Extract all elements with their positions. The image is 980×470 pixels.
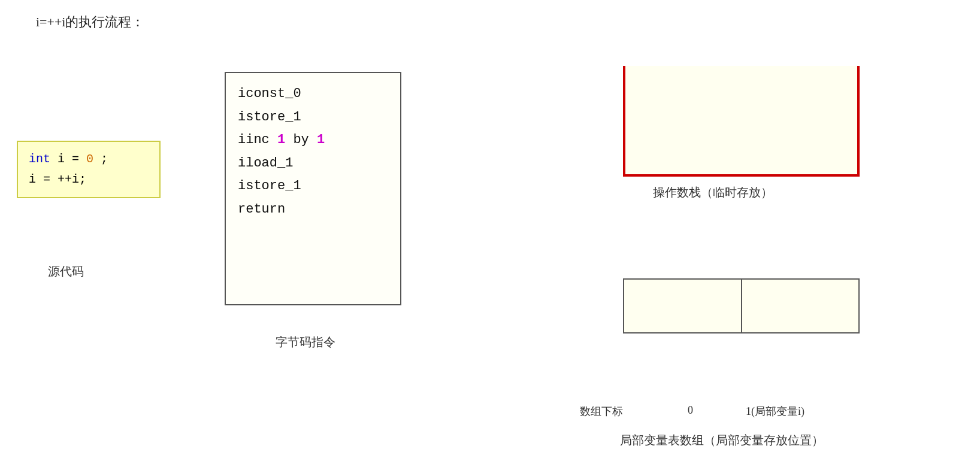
index-label: 数组下标 [580, 404, 623, 419]
bytecode-line-istore1: istore_1 [238, 106, 388, 129]
local-var-table [623, 278, 860, 333]
source-line-1: int i = 0 ; [29, 149, 149, 169]
bytecode-line-iload1: iload_1 [238, 152, 388, 175]
bytecode-line-istore1b: istore_1 [238, 175, 388, 198]
source-assign: i = ++i; [29, 172, 86, 186]
source-code-label: 源代码 [48, 263, 84, 280]
local-var-row [624, 279, 859, 333]
local-var-cell-0 [624, 279, 742, 333]
keyword-int: int [29, 152, 50, 166]
local-var-desc-label: 局部变量表数组（局部变量存放位置） [620, 432, 824, 448]
bytecode-line-iinc: iinc 1 by 1 [238, 129, 388, 152]
operand-stack-container [623, 66, 860, 177]
index-1: 1(局部变量i) [746, 404, 804, 419]
iinc-arg1: 1 [277, 132, 285, 147]
source-num-0: 0 [86, 152, 93, 166]
local-var-cell-1 [742, 279, 860, 333]
operand-stack-label: 操作数栈（临时存放） [653, 184, 773, 201]
source-var-decl: i = [58, 152, 86, 166]
page-title: i=++i的执行流程： [36, 13, 144, 31]
bytecode-line-return: return [238, 198, 388, 222]
bytecode-box: iconst_0 istore_1 iinc 1 by 1 iload_1 is… [225, 72, 401, 305]
operand-stack-box [623, 66, 860, 177]
source-line-2: i = ++i; [29, 169, 149, 190]
page-container: i=++i的执行流程： int i = 0 ; i = ++i; 源代码 ico… [0, 0, 980, 470]
bytecode-label: 字节码指令 [276, 334, 335, 350]
index-0: 0 [688, 404, 693, 417]
local-var-container [623, 278, 860, 333]
source-code-box: int i = 0 ; i = ++i; [17, 141, 161, 198]
bytecode-line-iconst0: iconst_0 [238, 83, 388, 106]
iinc-arg2: 1 [317, 132, 325, 147]
